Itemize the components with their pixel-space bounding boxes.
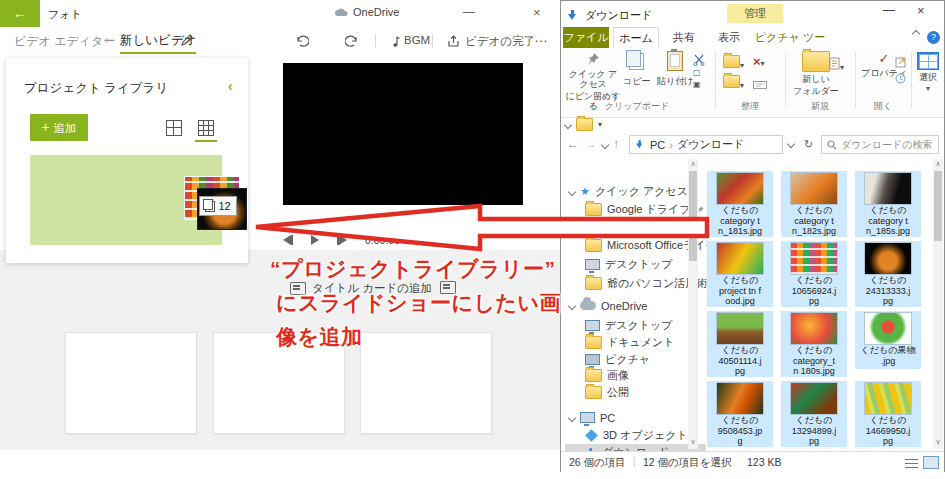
scroll-up-icon[interactable]: ∧ (688, 160, 698, 168)
copy-path-icon[interactable]: ▢ (693, 68, 701, 77)
sidebar-item-public[interactable]: 公開 (585, 384, 629, 401)
file-item[interactable]: くだものcategory tn_182s.jpg (781, 171, 847, 237)
collapse-ribbon-icon[interactable] (912, 30, 920, 38)
files-scrollbar[interactable]: ∧ ∨ (933, 159, 943, 449)
sidebar-item-pc[interactable]: PC (569, 409, 615, 426)
history-chevron-icon[interactable] (601, 141, 609, 149)
minimize-button[interactable]: — (883, 3, 895, 17)
folder-icon (585, 386, 602, 399)
forward-arrow-icon[interactable]: → (585, 137, 597, 151)
search-input[interactable]: ダウンロードの検索 (821, 135, 939, 154)
up-arrow-icon[interactable]: ↑ (613, 137, 619, 151)
quick-access-toolbar: ▾ (565, 118, 602, 131)
tab-file[interactable]: ファイル (563, 27, 609, 48)
group-label-open: 開く (857, 100, 909, 113)
back-button[interactable]: ← (0, 0, 40, 27)
manage-contextual-tab[interactable]: 管理 (727, 4, 783, 23)
scroll-up-icon[interactable]: ∧ (933, 160, 943, 168)
address-breadcrumb[interactable]: PC › ダウンロード (629, 135, 783, 154)
photos-titlebar: ← フォト OneDrive — × (0, 0, 560, 27)
file-item[interactable]: くだもの果物.jpg (855, 311, 921, 369)
file-item[interactable]: くだもの40501114.jpg (707, 311, 773, 377)
file-item[interactable]: くだもの24313333.jpg (855, 241, 921, 307)
new-item-icon[interactable]: ▾ (829, 56, 844, 74)
address-bar: ← → ↑ PC › ダウンロード ↻ ダウンロードの検索 (561, 132, 944, 158)
file-item[interactable]: くだもの14669950.jpg (855, 381, 921, 447)
sidebar-item-documents[interactable]: ドキュメント (585, 334, 675, 351)
select-grid-icon (917, 52, 939, 70)
desktop-icon (585, 320, 600, 331)
file-thumbnail (717, 243, 763, 274)
file-thumbnail (717, 383, 763, 414)
address-dropdown-icon[interactable] (787, 140, 795, 148)
video-preview[interactable] (283, 63, 523, 205)
add-button[interactable]: +追加 (30, 114, 88, 141)
move-to-button[interactable]: ▾ (723, 54, 744, 72)
breadcrumb-pc[interactable]: PC (650, 139, 665, 151)
close-button[interactable]: × (533, 5, 541, 20)
file-item[interactable]: くだもの9508453.jpg (707, 381, 773, 447)
search-icon (827, 140, 837, 150)
copy-icon (205, 201, 215, 212)
bgm-button[interactable]: BGM (404, 34, 430, 46)
qat-chevron-icon[interactable] (564, 120, 572, 128)
undo-icon[interactable] (295, 33, 309, 51)
scrollbar-thumb[interactable] (934, 171, 942, 241)
pin-icon (585, 51, 601, 67)
file-item[interactable]: くだもの10656924.jpg (781, 241, 847, 307)
close-button[interactable]: × (917, 3, 925, 18)
file-item[interactable]: くだものcategory_tn 180s.jpg (781, 311, 847, 377)
copy-to-button[interactable]: ▾ (723, 74, 744, 92)
grid-view-large-icon[interactable] (198, 120, 213, 135)
file-thumbnail (865, 243, 911, 274)
qat-folder-icon[interactable] (576, 118, 593, 131)
minimize-button[interactable]: — (463, 5, 475, 19)
thumbnail-view-icon[interactable] (923, 456, 939, 469)
history-icon[interactable] (895, 70, 906, 88)
sidebar-item-desktop-shortcut[interactable]: デスクトップ (585, 256, 673, 273)
toolbar-divider (432, 34, 433, 48)
sidebar-item-3d-objects[interactable]: 3D オブジェクト (585, 427, 688, 444)
paste-shortcut-icon[interactable]: ▣ (693, 80, 701, 89)
more-options-button[interactable]: … (534, 29, 549, 45)
grid-view-small-icon[interactable] (166, 120, 181, 135)
annotation-line-3: 像を追加 (276, 323, 363, 351)
tab-home[interactable]: ホーム (613, 27, 659, 48)
finish-video-button[interactable]: ビデオの完了 (447, 34, 535, 49)
3d-objects-icon (585, 429, 598, 442)
annotation-arrow (248, 198, 718, 258)
delete-button[interactable]: ×▾ (753, 52, 765, 70)
refresh-icon[interactable]: ↻ (804, 138, 813, 151)
plus-icon: + (41, 119, 49, 135)
desktop-icon (585, 259, 600, 270)
storyboard-slot[interactable] (65, 332, 197, 434)
sidebar-item-images[interactable]: 画像 (585, 367, 629, 384)
breadcrumb-downloads[interactable]: ダウンロード (677, 137, 744, 152)
file-item[interactable]: くだもの13294899.jpg (781, 381, 847, 447)
tab-share[interactable]: 共有 (663, 27, 705, 48)
music-note-icon[interactable] (390, 34, 400, 52)
sidebar-item-desktop[interactable]: デスクトップ (585, 317, 673, 334)
file-item[interactable]: くだものcategory tn_185s.jpg (855, 171, 921, 237)
back-arrow-icon[interactable]: ← (567, 137, 579, 151)
paste-button[interactable]: 貼り付け (657, 51, 693, 86)
sidebar-item-onedrive[interactable]: OneDrive (569, 297, 647, 314)
help-icon[interactable]: ? (927, 31, 940, 44)
breadcrumb-parent[interactable]: ビデオ エディター (14, 33, 115, 50)
tab-view[interactable]: 表示 (709, 27, 749, 48)
select-button[interactable]: 選択 ▾ (917, 52, 939, 93)
collapse-chevron-icon[interactable]: ‹ (228, 78, 233, 94)
rename-button[interactable] (753, 76, 767, 94)
sidebar-item-pictures[interactable]: ピクチャ (585, 351, 650, 368)
scroll-down-icon[interactable]: ∨ (933, 438, 943, 446)
qat-dropdown-icon[interactable]: ▾ (598, 120, 602, 129)
scroll-down-icon[interactable]: ∨ (688, 438, 698, 446)
tab-picture-tools[interactable]: ピクチャ ツール (753, 27, 827, 48)
drag-count-badge: 12 (199, 196, 237, 216)
details-view-icon[interactable] (905, 457, 918, 468)
toolbar-divider (375, 34, 376, 48)
redo-icon[interactable] (345, 33, 359, 51)
copy-button[interactable]: コピー (623, 53, 650, 86)
rename-pencil-icon[interactable] (180, 33, 193, 51)
storyboard-slot[interactable] (360, 332, 492, 434)
